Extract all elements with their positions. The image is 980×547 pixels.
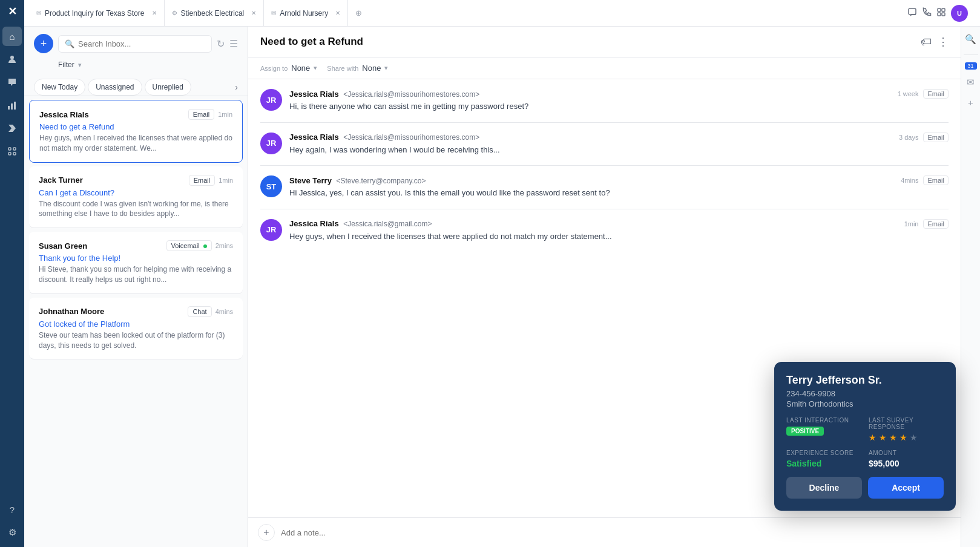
last-interaction-field: LAST INTERACTION POSITIVE	[786, 417, 861, 442]
last-interaction-value: POSITIVE	[786, 426, 861, 436]
tab-unreplied[interactable]: Unreplied	[145, 79, 191, 96]
tab-product-inquiry[interactable]: ✉ Product Inquiry for Texas Store ✕	[29, 0, 165, 26]
nav-icon-label[interactable]	[2, 119, 22, 138]
accept-button[interactable]: Accept	[868, 477, 944, 499]
message-divider-3	[260, 209, 949, 209]
share-with-chevron[interactable]: ▾	[384, 64, 388, 72]
sender-info-1: Jessica Rials <Jessica.rials@missourihom…	[289, 90, 479, 99]
nav-icon-conversations[interactable]	[2, 73, 22, 92]
conv-header-4: Johnathan Moore Chat 4mins	[39, 306, 233, 317]
star-5-empty: ★	[910, 433, 918, 442]
nav-icon-reports[interactable]	[2, 96, 22, 115]
contact-card-name: Terry Jefferson Sr.	[786, 374, 944, 387]
tab1-close[interactable]: ✕	[152, 10, 157, 16]
more-options-icon[interactable]: ⋮	[938, 35, 949, 48]
compose-area: +	[248, 517, 961, 547]
conversation-item-jack[interactable]: Jack Turner Email 1min Can I get a Disco…	[29, 166, 243, 229]
conversation-item-johnathan[interactable]: Johnathan Moore Chat 4mins Got locked of…	[29, 298, 243, 360]
tag-icon[interactable]: 🏷	[921, 36, 932, 48]
inbox-list: + 🔍 ↻ ☰ Filter ▾ New Today Unassigned Un…	[24, 27, 248, 547]
message-header-4: Jessica Rials <Jessica.rials@gmail.com> …	[289, 219, 949, 229]
contact-card-phone: 234-456-9908	[786, 389, 944, 398]
svg-rect-7	[13, 152, 16, 155]
tab-arnold[interactable]: ✉ Arnold Nursery ✕	[264, 0, 348, 26]
user-avatar[interactable]: U	[951, 5, 968, 22]
tab-new-today[interactable]: New Today	[34, 79, 85, 96]
assign-to-chevron[interactable]: ▾	[314, 64, 317, 72]
svg-rect-11	[938, 8, 941, 11]
refresh-button[interactable]: ↻	[217, 38, 225, 50]
right-panel-mail-icon[interactable]: ✉	[964, 74, 977, 90]
tab-stienbeck[interactable]: ⚙ Stienbeck Electrical ✕	[165, 0, 265, 26]
star-4: ★	[899, 433, 907, 442]
inbox-list-header: + 🔍 ↻ ☰ Filter ▾	[24, 27, 248, 74]
top-bar-chat-icon[interactable]	[907, 7, 917, 19]
app-nav: ✕ ⌂ ? ⚙	[0, 0, 24, 547]
tab-unassigned[interactable]: Unassigned	[88, 79, 142, 96]
right-panel-divider	[964, 54, 978, 55]
right-panel: 🔍 31 ✉ +	[961, 27, 980, 547]
message-content-3: Steve Terry <Steve.terry@company.co> 4mi…	[289, 175, 949, 199]
inbox-search-row: + 🔍 ↻ ☰	[34, 34, 238, 53]
message-row-2: JR Jessica Rials <Jessica.rials@missouri…	[260, 133, 949, 156]
top-tab-bar: ✉ Product Inquiry for Texas Store ✕ ⚙ St…	[24, 0, 980, 27]
svg-rect-1	[8, 106, 10, 110]
svg-rect-2	[11, 103, 13, 110]
decline-button[interactable]: Decline	[786, 477, 862, 499]
nav-icon-integrations[interactable]	[2, 142, 22, 161]
top-bar-phone-icon[interactable]	[922, 7, 932, 19]
svg-rect-12	[942, 8, 945, 11]
compose-add-button[interactable]: +	[258, 524, 275, 541]
inbox-filter-tabs: New Today Unassigned Unreplied ›	[24, 74, 248, 96]
message-header-1: Jessica Rials <Jessica.rials@missourihom…	[289, 89, 949, 99]
tab2-close[interactable]: ✕	[251, 10, 256, 16]
top-bar-grid-icon[interactable]	[936, 7, 946, 19]
message-content-1: Jessica Rials <Jessica.rials@missourihom…	[289, 89, 949, 113]
nav-icon-help[interactable]: ?	[2, 500, 22, 519]
nav-icon-settings[interactable]: ⚙	[2, 523, 22, 542]
contact-card-company: Smith Orthodontics	[786, 399, 944, 408]
nav-icon-contacts[interactable]	[2, 50, 22, 69]
survey-stars: ★ ★ ★ ★ ★	[869, 433, 944, 442]
sender-info-4: Jessica Rials <Jessica.rials@gmail.com>	[289, 219, 432, 228]
star-2: ★	[879, 433, 887, 442]
filter-label: Filter	[58, 61, 74, 69]
conversation-list: Jessica Rials Email 1min Need to get a R…	[24, 96, 248, 547]
right-panel-search-icon[interactable]: 🔍	[962, 31, 979, 47]
voicemail-active-dot	[203, 244, 207, 248]
message-row-4: JR Jessica Rials <Jessica.rials@gmail.co…	[260, 219, 949, 243]
message-header-3: Steve Terry <Steve.terry@company.co> 4mi…	[289, 175, 949, 185]
tabs-more-arrow[interactable]: ›	[235, 82, 238, 92]
message-meta-4: 1min Email	[904, 219, 949, 229]
tab3-close[interactable]: ✕	[335, 10, 340, 16]
message-meta-2: 3 days Email	[899, 133, 949, 142]
compose-button[interactable]: +	[34, 34, 53, 53]
right-panel-badge: 31	[965, 62, 977, 70]
search-input[interactable]	[78, 39, 205, 48]
contact-card-actions: Decline Accept	[786, 477, 944, 499]
sender-info-3: Steve Terry <Steve.terry@company.co>	[289, 176, 426, 185]
right-panel-add-icon[interactable]: +	[965, 95, 976, 110]
nav-icon-home[interactable]: ⌂	[2, 27, 22, 46]
svg-rect-13	[938, 13, 941, 16]
avatar-steve: ST	[260, 175, 282, 197]
tab-add-button[interactable]: ⊕	[348, 5, 369, 21]
svg-point-0	[10, 56, 14, 59]
compose-input[interactable]	[281, 528, 951, 537]
avatar-jessica-3: JR	[260, 219, 282, 241]
message-content-4: Jessica Rials <Jessica.rials@gmail.com> …	[289, 219, 949, 243]
contact-card: Terry Jefferson Sr. 234-456-9908 Smith O…	[774, 362, 956, 511]
conversation-actions: 🏷 ⋮	[921, 35, 949, 48]
sort-button[interactable]: ☰	[229, 38, 238, 50]
message-content-2: Jessica Rials <Jessica.rials@missourihom…	[289, 133, 949, 156]
message-meta-1: 1 week Email	[898, 89, 949, 99]
conv-header-3: Susan Green Voicemail 2mins	[39, 240, 233, 251]
message-row-1: JR Jessica Rials <Jessica.rials@missouri…	[260, 89, 949, 113]
conversation-item-jessica[interactable]: Jessica Rials Email 1min Need to get a R…	[29, 100, 243, 163]
message-row-3: ST Steve Terry <Steve.terry@company.co> …	[260, 175, 949, 199]
svg-rect-10	[909, 8, 916, 15]
conversation-title: Need to get a Refund	[260, 36, 363, 48]
assign-row: Assign to None ▾ Share with None ▾	[248, 57, 961, 79]
sender-info-2: Jessica Rials <Jessica.rials@missourihom…	[289, 133, 479, 142]
conversation-item-susan[interactable]: Susan Green Voicemail 2mins Thank you fo…	[29, 232, 243, 294]
